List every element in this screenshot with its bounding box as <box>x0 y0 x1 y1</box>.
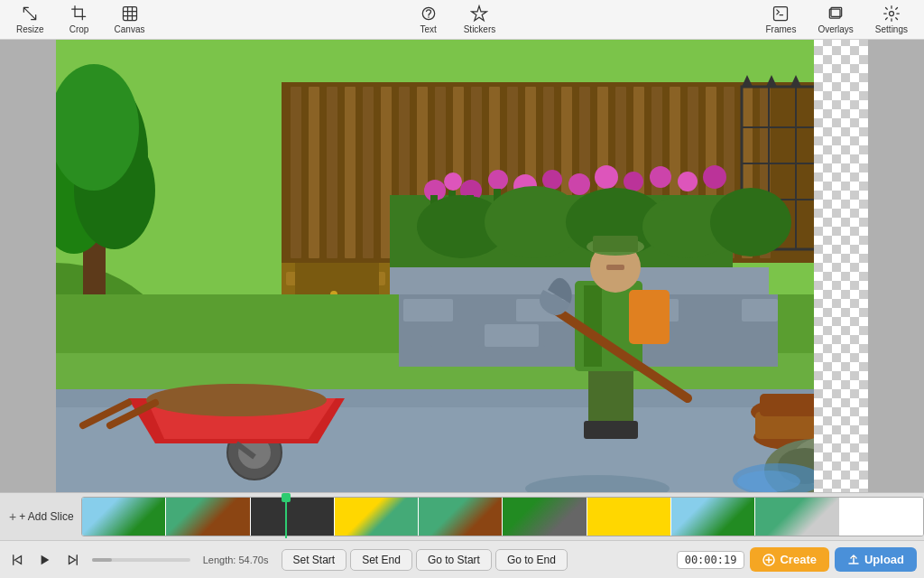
frames-icon <box>772 5 790 23</box>
crop-label: Crop <box>69 24 89 34</box>
svg-point-4 <box>889 12 893 16</box>
skip-back-button[interactable] <box>7 549 29 571</box>
svg-rect-109 <box>606 421 638 439</box>
svg-rect-26 <box>363 87 374 258</box>
create-button[interactable]: Create <box>750 547 828 572</box>
play-button[interactable] <box>34 549 56 571</box>
create-icon <box>762 554 775 566</box>
canvas-tool[interactable]: Canvas <box>106 1 154 38</box>
progress-fill <box>92 558 112 562</box>
svg-rect-116 <box>606 265 624 270</box>
add-slice-button[interactable]: + + Add Slice <box>4 507 79 527</box>
timeline-strip: + + Add Slice <box>0 493 924 540</box>
svg-point-72 <box>703 165 726 189</box>
resize-icon <box>21 5 39 23</box>
controls-row: Length: 54.70s Set Start Set End Go to S… <box>0 540 924 578</box>
set-start-button[interactable]: Set Start <box>282 549 347 571</box>
text-label: Text <box>420 24 437 34</box>
svg-point-62 <box>444 172 462 191</box>
svg-point-70 <box>650 166 671 188</box>
resize-tool[interactable]: Resize <box>7 1 53 38</box>
frames-tool[interactable]: Frames <box>756 1 805 38</box>
svg-rect-23 <box>309 87 319 258</box>
svg-rect-115 <box>593 236 638 252</box>
svg-point-66 <box>542 170 562 190</box>
settings-icon <box>882 5 901 23</box>
stickers-tool[interactable]: Stickers <box>455 1 505 38</box>
skip-forward-icon <box>66 554 79 566</box>
thumb-9[interactable] <box>755 498 838 536</box>
thumb-3[interactable] <box>251 498 334 536</box>
bottom-panel: + + Add Slice <box>0 492 924 578</box>
go-to-end-button[interactable]: Go to End <box>495 549 568 571</box>
svg-rect-95 <box>430 324 480 347</box>
svg-rect-94 <box>742 299 778 322</box>
svg-point-71 <box>678 172 698 191</box>
svg-rect-22 <box>291 87 301 258</box>
thumb-6[interactable] <box>503 498 586 536</box>
thumb-7[interactable] <box>587 498 670 536</box>
svg-rect-1 <box>774 7 788 21</box>
set-end-button[interactable]: Set End <box>350 549 412 571</box>
plus-icon: + <box>9 509 16 524</box>
skip-forward-button[interactable] <box>61 549 83 571</box>
svg-point-67 <box>568 173 590 195</box>
overlays-label: Overlays <box>818 24 853 34</box>
thumb-4[interactable] <box>335 498 418 536</box>
thumb-10[interactable] <box>840 498 923 536</box>
svg-rect-24 <box>327 87 337 258</box>
canvas-label: Canvas <box>115 24 145 34</box>
go-to-start-button[interactable]: Go to Start <box>416 549 492 571</box>
checkerboard-pattern <box>814 40 868 492</box>
svg-point-64 <box>488 170 508 190</box>
play-icon <box>39 554 51 566</box>
frames-label: Frames <box>765 24 796 34</box>
svg-point-82 <box>710 188 791 256</box>
settings-tool[interactable]: Settings <box>866 1 917 38</box>
scene-svg <box>56 40 868 492</box>
svg-rect-112 <box>629 290 670 344</box>
svg-rect-25 <box>345 87 356 258</box>
resize-label: Resize <box>16 24 44 34</box>
svg-rect-93 <box>683 299 737 322</box>
add-slice-label: + Add Slice <box>19 510 73 523</box>
create-label: Create <box>780 553 816 566</box>
control-buttons: Set Start Set End Go to Start Go to End <box>282 549 568 571</box>
text-icon <box>420 5 438 23</box>
thumb-2[interactable] <box>166 498 249 536</box>
thumb-1[interactable] <box>82 498 165 536</box>
length-display: Length: 54.70s <box>203 555 269 565</box>
main-content <box>0 40 924 492</box>
svg-rect-96 <box>485 324 539 347</box>
svg-point-68 <box>595 165 618 189</box>
overlays-tool[interactable]: Overlays <box>808 1 862 38</box>
svg-rect-88 <box>403 299 453 322</box>
stickers-label: Stickers <box>464 24 496 34</box>
svg-point-102 <box>146 384 327 416</box>
stickers-icon <box>470 5 488 23</box>
svg-rect-0 <box>123 7 136 21</box>
upload-label: Upload <box>864 553 904 566</box>
crop-icon <box>70 5 88 23</box>
thumb-5[interactable] <box>419 498 502 536</box>
settings-label: Settings <box>875 24 908 34</box>
svg-point-127 <box>737 471 800 492</box>
upload-icon <box>847 554 860 566</box>
overlays-icon <box>827 5 845 23</box>
video-frame[interactable] <box>56 40 868 492</box>
upload-button[interactable]: Upload <box>835 547 917 572</box>
toolbar-center: Text Stickers <box>406 1 505 38</box>
svg-point-69 <box>624 172 643 191</box>
video-canvas <box>0 40 924 492</box>
playhead[interactable] <box>285 495 287 538</box>
progress-bar[interactable] <box>92 558 190 562</box>
thumb-8[interactable] <box>671 498 754 536</box>
toolbar-left: Resize Crop Canvas <box>7 1 153 38</box>
svg-marker-130 <box>42 555 50 564</box>
toolbar-right: Frames Overlays Settings <box>756 1 917 38</box>
text-tool[interactable]: Text <box>406 1 451 38</box>
thumbnail-track[interactable] <box>81 497 924 536</box>
crop-tool[interactable]: Crop <box>57 1 102 38</box>
toolbar: Resize Crop Canvas Text <box>0 0 924 40</box>
svg-rect-89 <box>457 299 512 322</box>
